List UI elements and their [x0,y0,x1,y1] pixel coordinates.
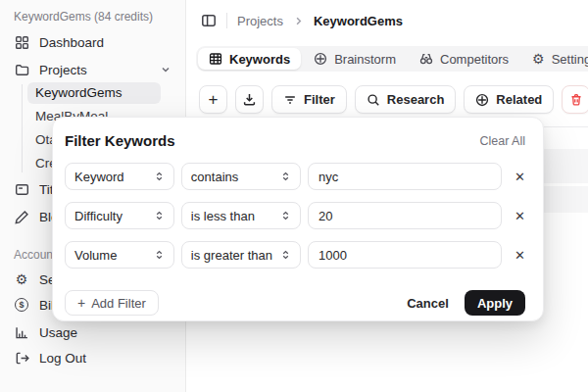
sidebar-item-logout[interactable]: Log Out [0,347,185,368]
tab-label: Keywords [229,52,290,67]
filter-operator-value: is less than [191,209,255,223]
filter-button[interactable]: Filter [271,85,347,114]
updown-chevrons-icon [154,171,165,182]
tab-label: Settings [552,52,588,67]
updown-chevrons-icon [154,249,165,261]
tab-bar: Keywords Brainstorm Competitors ⚙ Settin… [196,46,588,72]
filter-operator-select[interactable]: is greater than [181,241,301,269]
filter-value-input[interactable] [308,241,502,269]
breadcrumb: Projects KeywordGems [186,0,588,41]
remove-filter-icon[interactable]: ✕ [514,170,525,184]
plus-icon: + [77,296,85,310]
header-divider [226,13,227,28]
plus-icon: + [209,91,219,108]
sidebar-item-projects[interactable]: Projects [0,59,185,80]
related-button-label: Related [496,92,542,107]
sidebar-item-label: Dashboard [39,35,104,50]
research-button[interactable]: Research [355,85,457,114]
download-icon [242,92,257,107]
updown-chevrons-icon [280,171,291,182]
gear-icon: ⚙ [14,271,29,287]
filter-row: Difficulty is less than ✕ [65,202,525,229]
related-icon [475,93,489,107]
sidebar-project-keywordgems[interactable]: KeywordGems [27,82,161,104]
tab-settings[interactable]: ⚙ Settings [521,48,588,70]
table-grid-icon [209,52,222,66]
filter-field-value: Difficulty [74,209,122,223]
updown-chevrons-icon [280,210,291,221]
delete-button[interactable] [562,85,588,114]
dollar-coin-icon: $ [14,297,29,313]
filter-field-value: Keyword [74,170,124,184]
pencil-icon [14,209,29,224]
cancel-button[interactable]: Cancel [397,296,459,311]
sidebar-item-label: Log Out [39,351,86,366]
dashboard-icon [14,34,29,50]
tab-keywords[interactable]: Keywords [198,48,301,70]
sidebar-item-label: Usage [39,325,77,340]
related-button[interactable]: Related [464,85,554,114]
sidebar-item-label: Projects [39,63,87,77]
binoculars-icon [419,52,433,66]
tab-competitors[interactable]: Competitors [409,48,519,70]
add-filter-label: Add Filter [91,296,146,311]
modal-footer: + Add Filter Cancel Apply [65,290,525,316]
filter-operator-select[interactable]: contains [181,163,301,190]
filter-field-value: Volume [74,248,117,263]
remove-filter-icon[interactable]: ✕ [514,248,525,263]
breadcrumb-current: KeywordGems [314,14,403,28]
sidebar-item-usage[interactable]: Usage [0,321,185,343]
research-button-label: Research [387,92,445,107]
remove-filter-icon[interactable]: ✕ [514,209,525,223]
workspace-credits-label: KeywordGems (84 credits) [14,9,172,24]
tab-label: Competitors [440,52,509,67]
logout-icon [14,350,29,366]
filter-value-input[interactable] [308,163,502,190]
sidebar-item-dashboard[interactable]: Dashboard [0,31,185,53]
modal-title: Filter Keywords [65,132,175,149]
folder-icon [14,62,29,77]
bar-chart-icon [14,324,29,340]
title-card-icon [14,181,29,197]
clear-all-link[interactable]: Clear All [479,134,525,148]
filter-field-select[interactable]: Volume [65,241,174,269]
filter-keywords-modal: Filter Keywords Clear All Keyword contai… [52,117,544,321]
keywords-toolbar: + Filter Research [199,85,588,114]
brainstorm-icon [314,52,327,66]
filter-lines-icon [283,93,297,107]
breadcrumb-parent[interactable]: Projects [237,14,283,28]
filter-row: Keyword contains ✕ [65,163,525,190]
filter-operator-value: is greater than [191,248,272,263]
sidebar-toggle-icon[interactable] [201,13,217,28]
trash-icon [569,93,583,107]
filter-field-select[interactable]: Difficulty [65,202,174,229]
updown-chevrons-icon [280,249,291,261]
tab-brainstorm[interactable]: Brainstorm [303,48,407,70]
chevron-down-icon [160,64,172,75]
apply-button[interactable]: Apply [465,290,525,316]
export-button[interactable] [235,85,264,114]
filter-operator-value: contains [191,170,238,184]
app: KeywordGems (84 credits) Dashboard Proje… [0,0,588,392]
filter-operator-select[interactable]: is less than [181,202,301,229]
search-icon [367,93,380,107]
updown-chevrons-icon [154,210,165,221]
filter-button-label: Filter [304,92,335,107]
tab-label: Brainstorm [334,52,396,67]
add-filter-button[interactable]: + Add Filter [65,290,159,316]
gear-icon: ⚙ [532,52,545,66]
filter-row: Volume is greater than ✕ [65,241,525,269]
filter-field-select[interactable]: Keyword [65,163,174,190]
filter-value-input[interactable] [308,202,502,229]
add-keyword-button[interactable]: + [199,85,227,114]
chevron-right-icon [293,16,304,26]
